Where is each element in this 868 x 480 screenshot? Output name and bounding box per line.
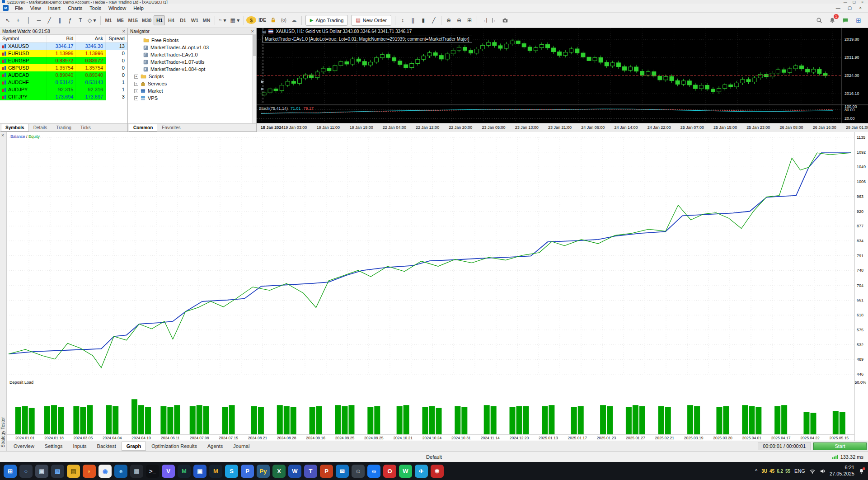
taskbar-icon-pinned-alert[interactable]: ✱	[431, 465, 444, 478]
zoom-out-button[interactable]: ⊖	[454, 15, 464, 25]
tray-language[interactable]: ENG	[794, 468, 805, 474]
timeframe-mn-button[interactable]: MN	[201, 15, 212, 25]
tester-close-icon[interactable]: ×	[1, 133, 4, 138]
titlebar[interactable]: 52218790 - MarketStat-Demo: Demo Account…	[0, 0, 868, 4]
menu-insert[interactable]: Insert	[44, 5, 64, 12]
market-watch-tab-trading[interactable]: Trading	[52, 124, 76, 132]
timeframe-m5-button[interactable]: M5	[115, 15, 126, 25]
chart-restore-icon[interactable]: ▢	[848, 5, 852, 10]
tick-chart-button[interactable]: ↕	[398, 15, 408, 25]
lock-icon[interactable]	[268, 15, 278, 25]
tester-tab-settings[interactable]: Settings	[40, 442, 68, 451]
cloud-icon[interactable]: ☁	[289, 15, 299, 25]
navigator-item-markettrader-v1-07-utils[interactable]: MarketTrader-v1.07-utils	[128, 58, 256, 66]
algo-trading-button[interactable]: ▶Algo Trading	[305, 15, 348, 26]
tester-tab-inputs[interactable]: Inputs	[68, 442, 92, 451]
deposit-load-chart[interactable]: 2024.01.012024.01.182024.03.052024.04.04…	[7, 379, 868, 441]
market-watch-row-eurusd[interactable]: EURUSD1.139961.139960	[0, 50, 127, 57]
taskbar-icon-skype[interactable]: S	[225, 465, 238, 478]
taskbar-icon-metatrader-ic-2[interactable]: M	[209, 465, 222, 478]
menu-file[interactable]: File	[11, 5, 27, 12]
taskbar-icon-powerpoint[interactable]: P	[320, 465, 333, 478]
market-watch-tab-ticks[interactable]: Ticks	[76, 124, 95, 132]
restore-icon[interactable]: ▢	[853, 0, 856, 4]
taskbar-icon-excel[interactable]: X	[272, 465, 286, 478]
community-grid-icon[interactable]: ⊞	[854, 15, 863, 25]
taskbar-icon-task-view[interactable]: ▣	[35, 465, 48, 478]
indicators-menu-button[interactable]: ≈ ▾	[217, 15, 228, 25]
trendline-tool[interactable]: ╱	[44, 15, 54, 25]
taskbar-icon-mail[interactable]: ✉	[336, 465, 349, 478]
navigator-item-markettrader-ai-opt-v1-03[interactable]: MarketTrader-AI-opt-v1.03	[128, 44, 256, 51]
candle-chart-button[interactable]: ▮	[418, 15, 428, 25]
menu-tools[interactable]: Tools	[86, 5, 105, 12]
navigator-tab-favorites[interactable]: Favorites	[157, 124, 185, 132]
tester-tab-agents[interactable]: Agents	[202, 442, 228, 451]
navigator-item-scripts[interactable]: +Scripts	[128, 73, 256, 80]
screenshot-camera-icon[interactable]	[500, 15, 510, 25]
price-chart-panel[interactable]: 2039.802031.902024.002016.10100.0080.002…	[257, 28, 868, 132]
timeframe-w1-button[interactable]: W1	[189, 15, 200, 25]
notifications-bell-icon[interactable]: 1	[827, 15, 837, 25]
text-tool[interactable]: T	[75, 15, 85, 25]
fibonacci-tool[interactable]: ƒ	[65, 15, 75, 25]
navigator-item-free-robots[interactable]: Free Robots	[128, 37, 256, 44]
zoom-in-button[interactable]: ⊕	[444, 15, 454, 25]
menu-charts[interactable]: Charts	[64, 5, 86, 12]
taskbar-icon-workplace[interactable]: ∞	[367, 465, 380, 478]
tray-chevron-icon[interactable]: ^	[755, 468, 757, 474]
market-watch-row-gbpusd[interactable]: GBPUSD1.357541.357540	[0, 64, 127, 71]
speaker-icon[interactable]	[820, 469, 826, 474]
connection-signal-icon[interactable]	[832, 455, 838, 459]
chat-icon[interactable]	[840, 15, 850, 25]
expand-plus-icon[interactable]: +	[134, 75, 138, 79]
expand-plus-icon[interactable]: +	[134, 96, 138, 100]
market-watch-row-eurgbp[interactable]: EURGBP0.839720.839720	[0, 57, 127, 64]
tester-tab-backtest[interactable]: Backtest	[92, 442, 121, 451]
tray-clock[interactable]: 6:21 27.05.2025	[830, 465, 854, 477]
taskbar-icon-python[interactable]: Py	[257, 465, 270, 478]
taskbar-icon-firefox[interactable]: ◗	[83, 465, 96, 478]
signals-button[interactable]: (o)	[279, 15, 289, 25]
navigator-tab-common[interactable]: Common	[129, 124, 157, 132]
menu-help[interactable]: Help	[130, 5, 147, 12]
expand-plus-icon[interactable]: +	[134, 82, 138, 86]
navigator-item-services[interactable]: +Services	[128, 80, 256, 87]
taskbar-icon-people[interactable]: ☺	[352, 465, 365, 478]
crosshair-tool[interactable]: +	[13, 15, 23, 25]
taskbar-icon-photos[interactable]: ▣	[193, 465, 206, 478]
scroll-to-end-button[interactable]: →|	[479, 15, 489, 25]
timeframe-m30-button[interactable]: M30	[140, 15, 153, 25]
navigator-scrollbar[interactable]	[252, 35, 256, 123]
navigator-item-market[interactable]: +Market	[128, 87, 256, 94]
vertical-line-tool[interactable]: │	[23, 15, 33, 25]
taskbar-icon-start[interactable]: ⊞	[4, 465, 17, 478]
candlestick-chart[interactable]: 2039.802031.902024.002016.10100.0080.002…	[257, 28, 868, 123]
market-watch-tab-details[interactable]: Details	[29, 124, 52, 132]
shapes-tool[interactable]: ◇ ▾	[86, 15, 98, 25]
tester-tab-journal[interactable]: Journal	[228, 442, 254, 451]
timeframe-h4-button[interactable]: H4	[165, 15, 177, 25]
horizontal-line-tool[interactable]: ─	[34, 15, 44, 25]
cursor-tool[interactable]: ↖	[3, 15, 13, 25]
navigator-item-markettrader-eav1-0[interactable]: MarketTrader-EAv1.0	[128, 51, 256, 58]
taskbar-icon-paint[interactable]: P	[241, 465, 254, 478]
market-watch-row-audchf[interactable]: AUDCHF0.531420.531431	[0, 79, 127, 86]
taskbar-icon-widgets[interactable]: ▧	[51, 465, 64, 478]
column-header-symbol[interactable]: Symbol	[0, 35, 47, 42]
close-icon[interactable]: ×	[861, 0, 863, 4]
taskbar-icon-chrome[interactable]: ◉	[99, 465, 112, 478]
column-header-spread[interactable]: Spread	[106, 35, 127, 42]
column-header-bid[interactable]: Bid	[47, 35, 76, 42]
navigator-close-icon[interactable]: ×	[251, 29, 254, 34]
market-watch-row-audjpy[interactable]: AUDJPY92.31592.3161	[0, 86, 127, 93]
notifications-tray-icon[interactable]	[859, 468, 864, 474]
market-watch-row-audcad[interactable]: AUDCAD0.890400.890400	[0, 71, 127, 79]
market-watch-row-xauusd[interactable]: XAUUSD3346.173346.3013	[0, 42, 127, 50]
navigator-item-vps[interactable]: +VPS	[128, 94, 256, 102]
tester-tab-graph[interactable]: Graph	[122, 442, 146, 451]
start-button[interactable]: Start	[813, 442, 867, 450]
taskbar-icon-file-explorer[interactable]: ▤	[67, 465, 80, 478]
taskbar-icon-search[interactable]: ○	[19, 465, 33, 478]
timeframe-h1-button[interactable]: H1	[154, 15, 165, 25]
